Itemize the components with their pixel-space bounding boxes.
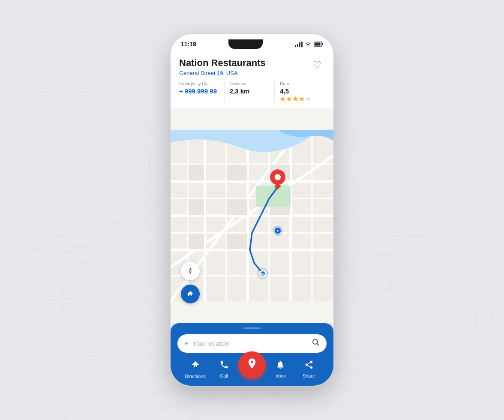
star-5: ★ xyxy=(306,96,311,102)
call-icon xyxy=(219,360,229,372)
svg-text:➤: ➤ xyxy=(261,272,264,277)
heart-icon: ♡ xyxy=(313,60,321,71)
status-bar: 11:19 xyxy=(171,34,333,51)
nav-location-center[interactable] xyxy=(238,351,266,379)
star-3: ★ xyxy=(293,96,298,102)
wifi-icon xyxy=(305,42,312,47)
emergency-label: Emergency Call xyxy=(179,81,219,86)
svg-point-21 xyxy=(308,45,309,46)
status-time: 11:19 xyxy=(181,41,196,48)
signal-icon xyxy=(295,42,303,47)
svg-rect-41 xyxy=(189,165,204,181)
nav-share[interactable]: Share xyxy=(294,360,323,378)
svg-rect-19 xyxy=(299,42,300,47)
svg-rect-47 xyxy=(189,234,204,249)
svg-point-12 xyxy=(373,107,504,321)
svg-text:➤: ➤ xyxy=(276,229,279,233)
nav-call[interactable]: Call xyxy=(210,360,238,378)
distance-label: Distance xyxy=(230,81,270,86)
share-icon xyxy=(304,360,314,372)
restaurant-address: General Street 19, USA xyxy=(179,70,266,76)
inbox-label: Inbox xyxy=(274,373,286,378)
nav-inbox[interactable]: Inbox xyxy=(266,360,294,378)
stat-emergency: Emergency Call + 999 999 99 xyxy=(179,81,224,102)
call-label: Call xyxy=(220,373,228,378)
svg-rect-48 xyxy=(227,234,247,249)
battery-icon xyxy=(314,42,323,47)
svg-rect-49 xyxy=(256,186,291,207)
info-card: Nation Restaurants General Street 19, US… xyxy=(171,51,333,108)
location-pin-icon xyxy=(246,357,258,372)
svg-point-56 xyxy=(275,174,281,180)
favorite-button[interactable]: ♡ xyxy=(309,57,325,73)
svg-marker-61 xyxy=(189,267,192,271)
svg-rect-45 xyxy=(227,200,247,215)
share-label: Share xyxy=(303,373,315,378)
turn-by-turn-button[interactable] xyxy=(181,285,200,303)
star-2: ★ xyxy=(286,96,292,102)
svg-rect-18 xyxy=(297,44,298,47)
svg-rect-17 xyxy=(295,45,296,47)
notch xyxy=(228,39,263,49)
search-icon[interactable] xyxy=(312,339,320,348)
compass-icon xyxy=(186,266,195,276)
svg-rect-44 xyxy=(189,200,204,215)
phone-frame: 11:19 xyxy=(171,34,333,386)
map-area[interactable]: ➤ ➤ xyxy=(171,108,333,323)
svg-line-64 xyxy=(317,344,319,346)
rate-label: Rate xyxy=(280,81,320,86)
stat-distance: Distance 2,3 km xyxy=(224,81,275,102)
star-1: ★ xyxy=(280,96,285,102)
svg-rect-42 xyxy=(227,165,247,181)
bottom-panel: ≡ Your location Directions xyxy=(171,323,333,386)
svg-point-13 xyxy=(356,90,504,339)
info-header: Nation Restaurants General Street 19, US… xyxy=(179,57,325,76)
turn-icon xyxy=(186,289,195,299)
rate-value: 4,5 ★ ★ ★ ★ ★ xyxy=(280,87,320,102)
compass-button[interactable] xyxy=(181,261,200,280)
star-rating: ★ ★ ★ ★ ★ xyxy=(280,96,320,102)
drag-handle xyxy=(243,327,261,329)
restaurant-name: Nation Restaurants xyxy=(179,57,266,69)
directions-icon xyxy=(190,360,201,372)
emergency-value: + 999 999 99 xyxy=(179,87,219,95)
inbox-icon xyxy=(276,360,285,372)
star-4: ★ xyxy=(299,96,305,102)
svg-rect-20 xyxy=(301,42,303,47)
svg-rect-23 xyxy=(315,43,321,46)
nav-directions[interactable]: Directions xyxy=(181,360,210,379)
location-input[interactable]: Your location xyxy=(192,340,308,347)
bottom-nav: Directions Call xyxy=(177,360,327,379)
directions-label: Directions xyxy=(185,374,206,379)
stat-rate: Rate 4,5 ★ ★ ★ ★ ★ xyxy=(274,81,325,102)
menu-lines-icon: ≡ xyxy=(184,340,188,348)
restaurant-info: Nation Restaurants General Street 19, US… xyxy=(179,57,266,76)
distance-value: 2,3 km xyxy=(230,87,270,95)
svg-marker-62 xyxy=(189,271,192,274)
info-stats: Emergency Call + 999 999 99 Distance 2,3… xyxy=(179,81,325,102)
status-icons xyxy=(295,42,323,47)
search-bar[interactable]: ≡ Your location xyxy=(177,334,327,353)
